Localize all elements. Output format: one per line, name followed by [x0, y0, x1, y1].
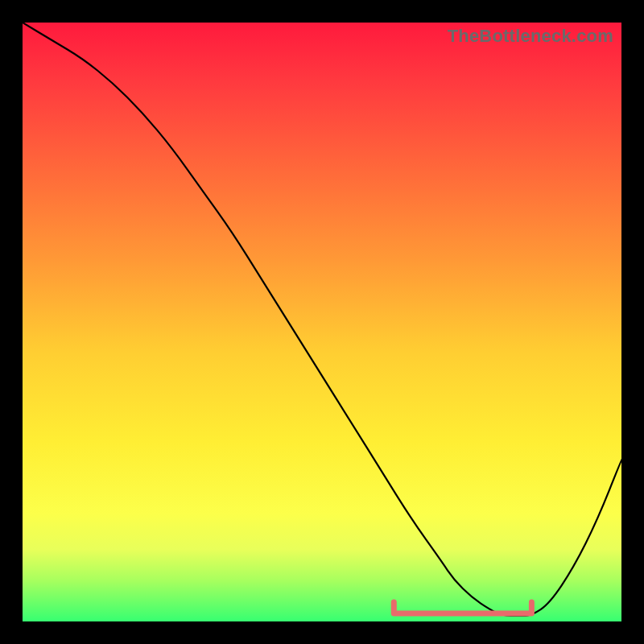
- bottleneck-curve: [23, 23, 621, 616]
- chart-svg: [23, 23, 621, 621]
- chart-plot-area: TheBottleneck.com: [23, 23, 621, 621]
- optimal-range-bracket: [394, 602, 531, 613]
